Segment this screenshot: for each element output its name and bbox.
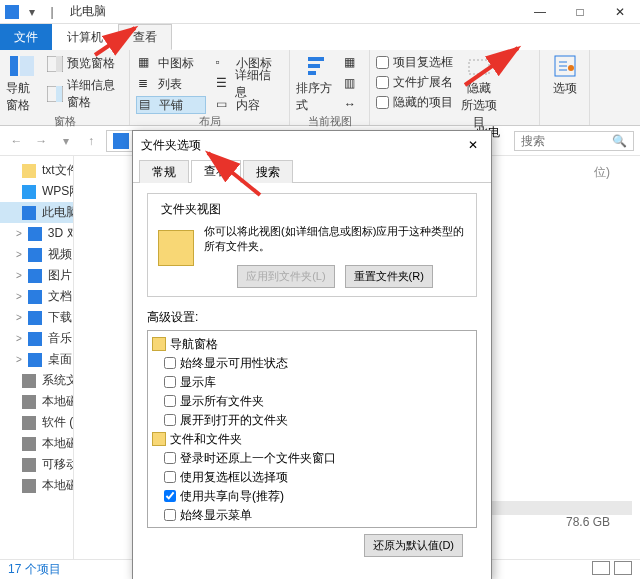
sidebar-item-label: 文档: [48, 288, 72, 305]
add-columns-button[interactable]: ▥: [342, 75, 362, 93]
size-columns-button[interactable]: ↔: [342, 96, 362, 114]
adv-checkbox[interactable]: 显示库: [152, 373, 472, 392]
svg-rect-9: [308, 71, 316, 75]
apply-to-folders-button[interactable]: 应用到文件夹(L): [237, 265, 334, 288]
sort-by-button[interactable]: 排序方式: [296, 54, 336, 114]
sidebar-item-10[interactable]: 系统文件 (C:): [0, 370, 73, 391]
view-mode-icons[interactable]: [588, 561, 632, 578]
sidebar-item-3[interactable]: >3D 对象: [0, 223, 73, 244]
sidebar-item-15[interactable]: 本地磁盘 (H:): [0, 475, 73, 496]
maximize-button[interactable]: □: [560, 0, 600, 24]
sidebar-item-label: 图片: [48, 267, 72, 284]
forward-button[interactable]: →: [31, 130, 52, 152]
view-medium-icons[interactable]: ▦中图标: [136, 54, 206, 72]
down-icon: [28, 310, 42, 326]
svg-rect-22: [28, 353, 42, 367]
video-icon: [28, 247, 42, 263]
svg-rect-24: [22, 395, 36, 409]
sidebar-item-6[interactable]: >文档: [0, 286, 73, 307]
adv-checkbox[interactable]: 展开到打开的文件夹: [152, 411, 472, 430]
dialog-close-button[interactable]: ✕: [463, 138, 483, 152]
doc-icon: [28, 289, 42, 305]
sidebar-item-label: 视频: [48, 246, 72, 263]
cloud-icon: [22, 184, 36, 200]
svg-rect-4: [56, 56, 62, 72]
tab-file[interactable]: 文件: [0, 24, 52, 50]
sidebar-item-label: 音乐: [48, 330, 72, 347]
sidebar-item-0[interactable]: txt文件删除了怎: [0, 160, 73, 181]
sidebar-item-8[interactable]: >音乐: [0, 328, 73, 349]
sidebar-item-label: 此电脑: [42, 204, 74, 221]
svg-point-12: [568, 65, 574, 71]
nav-pane-button[interactable]: 导航窗格: [6, 54, 39, 114]
dialog-title: 文件夹选项: [141, 137, 201, 154]
search-input[interactable]: [521, 134, 608, 148]
hide-selected-button[interactable]: 隐藏 所选项目: [459, 54, 499, 131]
sidebar-item-label: 本地磁盘 (H:): [42, 477, 74, 494]
sidebar-item-label: 本地磁盘 (D:): [42, 393, 74, 410]
sidebar-item-5[interactable]: >图片: [0, 265, 73, 286]
pc-icon: [113, 133, 129, 149]
adv-checkbox[interactable]: 使用共享向导(推荐): [152, 487, 472, 506]
adv-checkbox[interactable]: 登录时还原上一个文件夹窗口: [152, 449, 472, 468]
checkbox-file-extensions[interactable]: 文件扩展名: [376, 74, 453, 91]
adv-checkbox[interactable]: 始终显示菜单: [152, 506, 472, 525]
adv-checkbox[interactable]: 使用复选框以选择项: [152, 468, 472, 487]
folder-options-dialog: 文件夹选项 ✕ 常规 查看 搜索 文件夹视图 你可以将此视图(如详细信息或图标)…: [132, 130, 492, 579]
window-title: 此电脑: [70, 3, 106, 20]
svg-rect-13: [22, 164, 36, 178]
search-icon[interactable]: 🔍: [612, 134, 627, 148]
view-list[interactable]: ≣列表: [136, 75, 206, 93]
tab-view[interactable]: 查看: [118, 24, 172, 50]
sidebar-item-13[interactable]: 本地磁盘 (F:): [0, 433, 73, 454]
tab-computer[interactable]: 计算机: [52, 24, 118, 50]
dialog-tab-search[interactable]: 搜索: [243, 160, 293, 183]
sidebar-item-label: 下载: [48, 309, 72, 326]
sidebar-item-7[interactable]: >下载: [0, 307, 73, 328]
svg-rect-6: [56, 86, 62, 102]
search-box[interactable]: 🔍: [514, 131, 634, 151]
recent-chevron-icon[interactable]: ▾: [56, 130, 77, 152]
sidebar-item-2[interactable]: 此电脑: [0, 202, 73, 223]
details-pane-button[interactable]: 详细信息窗格: [45, 76, 123, 112]
restore-defaults-button[interactable]: 还原为默认值(D): [364, 534, 463, 557]
view-content[interactable]: ▭内容: [214, 96, 284, 114]
sidebar-item-11[interactable]: 本地磁盘 (D:): [0, 391, 73, 412]
view-tiles[interactable]: ▤平铺: [136, 96, 206, 114]
image-icon: [28, 268, 42, 284]
adv-checkbox[interactable]: 显示所有文件夹: [152, 392, 472, 411]
close-button[interactable]: ✕: [600, 0, 640, 24]
sidebar-item-label: 3D 对象: [48, 225, 74, 242]
drive-icon: [22, 457, 36, 473]
view-details[interactable]: ☰详细信息: [214, 75, 284, 93]
sidebar-item-4[interactable]: >视频: [0, 244, 73, 265]
sidebar-item-1[interactable]: WPS网盘: [0, 181, 73, 202]
adv-header: 导航窗格: [152, 335, 472, 354]
checkbox-hidden-items[interactable]: 隐藏的项目: [376, 94, 453, 111]
group-layout-label: 布局: [136, 114, 283, 131]
folder-icon: [158, 230, 194, 266]
up-button[interactable]: ↑: [81, 130, 102, 152]
sidebar-item-9[interactable]: >桌面: [0, 349, 73, 370]
desktop-icon: [28, 352, 42, 368]
svg-rect-7: [308, 57, 324, 61]
options-button[interactable]: 选项: [546, 54, 583, 125]
dialog-tab-general[interactable]: 常规: [139, 160, 189, 183]
group-by-button[interactable]: ▦: [342, 54, 362, 72]
sidebar-item-14[interactable]: 可移动磁盘 (G:): [0, 454, 73, 475]
svg-rect-10: [469, 60, 489, 74]
dialog-tab-view[interactable]: 查看: [191, 160, 241, 183]
sidebar-item-12[interactable]: 软件 (E:): [0, 412, 73, 433]
minimize-button[interactable]: —: [520, 0, 560, 24]
svg-rect-0: [5, 5, 19, 19]
advanced-settings-list[interactable]: 导航窗格始终显示可用性状态显示库显示所有文件夹展开到打开的文件夹文件和文件夹登录…: [147, 330, 477, 528]
preview-pane-button[interactable]: 预览窗格: [45, 54, 123, 73]
svg-rect-26: [22, 437, 36, 451]
svg-rect-8: [308, 64, 320, 68]
svg-rect-19: [28, 290, 42, 304]
back-button[interactable]: ←: [6, 130, 27, 152]
checkbox-item-checkboxes[interactable]: 项目复选框: [376, 54, 453, 71]
adv-checkbox[interactable]: 始终显示可用性状态: [152, 354, 472, 373]
reset-folders-button[interactable]: 重置文件夹(R): [345, 265, 433, 288]
qat-chevron-icon[interactable]: ▾: [24, 4, 40, 20]
